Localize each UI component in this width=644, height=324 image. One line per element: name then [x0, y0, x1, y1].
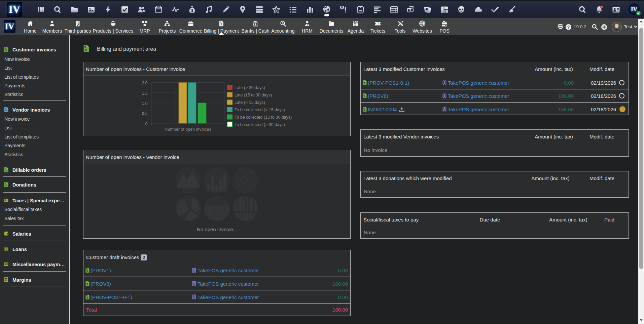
- svg-text:$: $: [364, 109, 365, 111]
- svg-text:$: $: [191, 9, 193, 12]
- svg-text:To be collected (> 30 days): To be collected (> 30 days): [235, 122, 285, 127]
- svg-text:No open invoice...: No open invoice...: [197, 227, 237, 232]
- svg-text:$: $: [87, 283, 88, 286]
- svg-text:$: $: [5, 199, 6, 202]
- svg-text:$: $: [221, 23, 222, 26]
- svg-text:$: $: [364, 82, 365, 85]
- svg-text:To be collected (< 15 days): To be collected (< 15 days): [235, 108, 285, 112]
- svg-text:2.0: 2.0: [142, 81, 148, 85]
- svg-text:$: $: [282, 22, 283, 25]
- svg-text:$: $: [364, 95, 365, 98]
- svg-text:Late (< 15 days): Late (< 15 days): [235, 100, 265, 105]
- svg-text:0: 0: [145, 122, 148, 126]
- svg-text:To be collected (15 to 30 days: To be collected (15 to 30 days): [235, 115, 292, 120]
- svg-text:1.0: 1.0: [142, 101, 148, 106]
- svg-text:0.5: 0.5: [142, 111, 148, 116]
- svg-text:$: $: [87, 296, 88, 299]
- svg-text:Late (15 to 30 days): Late (15 to 30 days): [235, 93, 272, 97]
- svg-text:$: $: [87, 270, 88, 272]
- svg-text:1.5: 1.5: [142, 91, 148, 96]
- svg-text:$: $: [5, 263, 6, 266]
- svg-text:Number of open invoices: Number of open invoices: [165, 127, 211, 132]
- svg-text:C: C: [275, 8, 278, 11]
- svg-text:$: $: [85, 48, 87, 51]
- svg-text:Late (> 30 days): Late (> 30 days): [235, 85, 265, 90]
- svg-text:0: 0: [6, 248, 7, 250]
